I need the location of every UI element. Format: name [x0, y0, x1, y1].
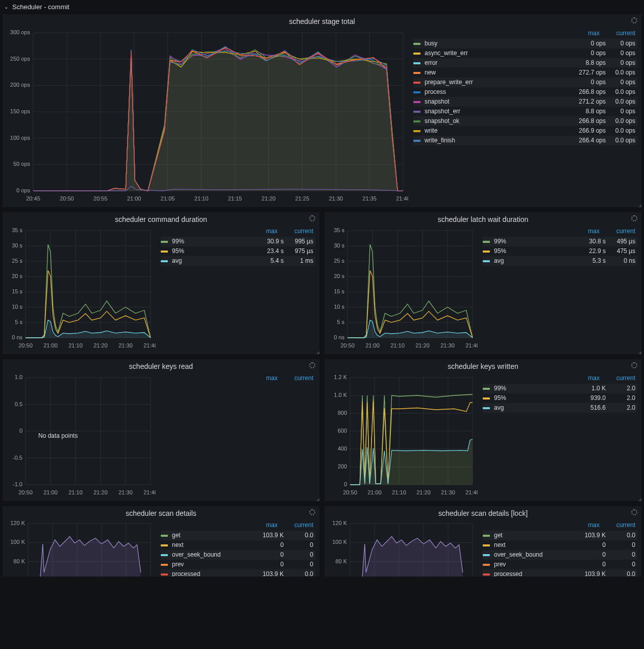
- legend-col-max[interactable]: max: [248, 375, 278, 382]
- chart-canvas[interactable]: -1.0-0.500.51.020:5021:0021:1021:2021:30…: [3, 372, 156, 499]
- legend-item[interactable]: next00: [161, 540, 315, 550]
- legend-item-name: snapshot_err: [425, 107, 576, 116]
- chart-canvas[interactable]: 02004006008001.0 K1.2 K20:5021:0021:1021…: [325, 372, 478, 499]
- legend-item[interactable]: avg5.4 s1 ms: [161, 256, 315, 266]
- legend-col-max[interactable]: max: [248, 228, 278, 235]
- panel-title: scheduler scan details [lock]: [325, 506, 641, 519]
- legend-item[interactable]: write266.9 ops0.0 ops: [413, 126, 637, 136]
- panel-title: scheduler keys written: [325, 359, 641, 372]
- legend-swatch: [413, 53, 420, 55]
- svg-text:21:25: 21:25: [295, 195, 310, 202]
- legend-item-name: 99%: [494, 384, 576, 393]
- legend-item[interactable]: 95%22.9 s475 µs: [483, 246, 637, 256]
- legend-item[interactable]: over_seek_bound00: [483, 550, 637, 560]
- resize-handle[interactable]: [638, 498, 641, 501]
- legend-col-current[interactable]: current: [606, 375, 635, 382]
- legend-item-max: 0 ops: [576, 78, 606, 87]
- legend-item-current: 0 ops: [606, 49, 635, 58]
- panel-scheduler-keys-read[interactable]: scheduler keys read -1.0-0.500.51.020:50…: [2, 359, 320, 502]
- resize-handle[interactable]: [316, 498, 319, 501]
- legend-item[interactable]: processed103.9 K0.0: [483, 569, 637, 577]
- legend-swatch: [483, 407, 490, 409]
- panel-scheduler-keys-written[interactable]: scheduler keys written 02004006008001.0 …: [324, 359, 642, 502]
- legend-item-name: over_seek_bound: [172, 551, 254, 559]
- legend-swatch: [161, 573, 168, 576]
- panel-scheduler-command-duration[interactable]: scheduler command duration 0 ns5 s10 s15…: [2, 212, 320, 355]
- legend-col-current[interactable]: current: [284, 521, 313, 529]
- resize-handle[interactable]: [316, 351, 319, 354]
- legend-item-max: 266.8 ops: [576, 88, 606, 96]
- legend-swatch: [413, 111, 420, 113]
- legend-item[interactable]: snapshot271.2 ops0.0 ops: [413, 97, 637, 107]
- panel-title: scheduler command duration: [3, 212, 319, 226]
- svg-text:100 ops: 100 ops: [10, 135, 31, 141]
- legend-col-current[interactable]: current: [284, 375, 313, 382]
- resize-handle[interactable]: [638, 351, 641, 354]
- legend-item[interactable]: snapshot_ok266.8 ops0.0 ops: [413, 116, 637, 126]
- chart-canvas[interactable]: 60 K80 K100 K120 K: [3, 519, 156, 577]
- chart-canvas[interactable]: 0 ns5 s10 s15 s20 s25 s30 s35 s20:5021:0…: [325, 226, 478, 352]
- legend-col-max[interactable]: max: [570, 375, 600, 382]
- svg-text:800: 800: [338, 410, 347, 416]
- legend-item[interactable]: 99%30.8 s495 µs: [483, 237, 637, 246]
- legend-item[interactable]: 95%939.02.0: [483, 393, 637, 403]
- panel-title: scheduler scan details: [3, 506, 319, 519]
- panel-scheduler-stage-total[interactable]: scheduler stage total 0 ops50 ops100 ops…: [2, 14, 642, 208]
- legend-item-max: 23.4 s: [254, 247, 284, 256]
- legend-item[interactable]: avg516.62.0: [483, 403, 637, 413]
- panel-scheduler-scan-details-lock[interactable]: scheduler scan details [lock] 60 K80 K10…: [324, 506, 642, 577]
- row-header[interactable]: ⌄ Scheduler - commit: [0, 0, 644, 14]
- legend-swatch: [161, 544, 168, 546]
- legend-item-name: busy: [425, 39, 576, 48]
- svg-text:10 s: 10 s: [334, 304, 344, 310]
- legend-item[interactable]: get103.9 K0.0: [161, 531, 315, 540]
- legend-item[interactable]: write_finish266.4 ops0.0 ops: [413, 136, 637, 145]
- legend-item-current: 2.0: [606, 394, 635, 403]
- legend-col-current[interactable]: current: [606, 521, 635, 529]
- legend-col-max[interactable]: max: [570, 521, 600, 529]
- legend-item-current: 0.0 ops: [606, 97, 635, 106]
- svg-text:120 K: 120 K: [10, 520, 25, 526]
- legend-item-current: 0.0: [606, 570, 635, 577]
- svg-text:0 ns: 0 ns: [12, 334, 22, 340]
- legend-item[interactable]: prev00: [483, 560, 637, 569]
- panel-scheduler-scan-details[interactable]: scheduler scan details 60 K80 K100 K120 …: [2, 506, 320, 577]
- legend-item[interactable]: async_write_err0 ops0 ops: [413, 48, 637, 58]
- panel-scheduler-latch-wait[interactable]: scheduler latch wait duration 0 ns5 s10 …: [324, 212, 642, 355]
- legend-item-current: 0: [606, 541, 635, 550]
- chart-canvas[interactable]: 0 ops50 ops100 ops150 ops200 ops250 ops3…: [3, 28, 408, 205]
- legend-item[interactable]: prepare_write_err0 ops0 ops: [413, 78, 637, 87]
- legend-item-max: 5.3 s: [576, 257, 606, 265]
- legend-item[interactable]: busy0 ops0 ops: [413, 39, 637, 48]
- legend-item[interactable]: prev00: [161, 560, 315, 569]
- legend-col-max[interactable]: max: [570, 228, 600, 235]
- chart-canvas[interactable]: 60 K80 K100 K120 K: [325, 519, 478, 577]
- legend-item[interactable]: new272.7 ops0.0 ops: [413, 68, 637, 78]
- legend-swatch: [413, 101, 420, 103]
- resize-handle[interactable]: [638, 204, 641, 207]
- legend-item[interactable]: over_seek_bound00: [161, 550, 315, 560]
- legend-col-current[interactable]: current: [606, 228, 635, 235]
- legend-col-current[interactable]: current: [284, 228, 313, 235]
- legend-item[interactable]: processed103.9 K0.0: [161, 569, 315, 577]
- legend: max current get103.9 K0.0next00over_seek…: [156, 519, 319, 577]
- legend-item[interactable]: error8.8 ops0 ops: [413, 58, 637, 68]
- legend-item[interactable]: snapshot_err8.8 ops0 ops: [413, 107, 637, 116]
- legend-item[interactable]: 95%23.4 s975 µs: [161, 246, 315, 256]
- legend-item[interactable]: 99%30.9 s995 µs: [161, 237, 315, 246]
- legend-item[interactable]: next00: [483, 540, 637, 550]
- legend-item[interactable]: process266.8 ops0.0 ops: [413, 87, 637, 97]
- loading-icon: [631, 17, 637, 23]
- legend-swatch: [483, 535, 490, 537]
- legend-item[interactable]: 99%1.0 K2.0: [483, 384, 637, 393]
- svg-text:21:30: 21:30: [441, 489, 455, 495]
- chart-canvas[interactable]: 0 ns5 s10 s15 s20 s25 s30 s35 s20:5021:0…: [3, 226, 156, 352]
- legend-item[interactable]: avg5.3 s0 ns: [483, 256, 637, 266]
- legend-item-max: 266.8 ops: [576, 117, 606, 126]
- legend-col-max[interactable]: max: [570, 30, 600, 37]
- legend-col-max[interactable]: max: [248, 521, 278, 529]
- legend-item-current: 0 ops: [606, 39, 635, 48]
- legend-col-current[interactable]: current: [606, 30, 635, 37]
- legend-swatch: [161, 241, 168, 243]
- legend-item[interactable]: get103.9 K0.0: [483, 531, 637, 540]
